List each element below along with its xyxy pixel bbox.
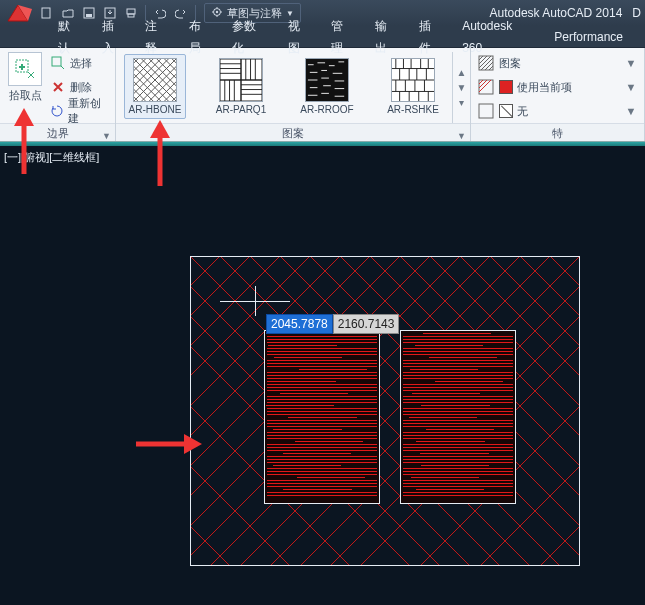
- panel-title-boundary: 边界▼: [0, 123, 115, 141]
- expand-icon: ▾: [459, 97, 464, 108]
- delete-icon: [50, 79, 66, 95]
- inner-hatch-right: [400, 330, 516, 504]
- select-icon: [50, 55, 66, 71]
- hatch-color-icon: [477, 78, 495, 96]
- panel-title-properties: 特: [471, 123, 644, 141]
- recreate-button[interactable]: 重新创建: [48, 100, 109, 122]
- chevron-up-icon: ▲: [457, 67, 467, 78]
- coord-x-field[interactable]: 2045.7878: [266, 314, 333, 334]
- pattern-ar-parq1[interactable]: AR-PARQ1: [210, 54, 272, 119]
- pattern-ar-rroof[interactable]: AR-RROOF: [296, 54, 358, 119]
- color-swatch-red: [499, 80, 513, 94]
- dynamic-input[interactable]: 2045.7878 2160.7143: [266, 314, 399, 334]
- pattern-swatch-rshke: [391, 58, 435, 102]
- viewport-controls-label[interactable]: [一][俯视][二维线框]: [4, 150, 99, 165]
- ribbon-panel-boundary: 拾取点 选择 删除 重新创建 边界▼: [0, 48, 116, 141]
- menu-bar: 默认 插入 注释 布局 参数化 视图 管理 输出 插件 Autodesk 360…: [0, 26, 645, 48]
- dropdown-icon[interactable]: ▼: [624, 81, 638, 93]
- prop-row-background[interactable]: 无 ▼: [477, 100, 638, 122]
- pick-points-label: 拾取点: [9, 88, 42, 103]
- prop-row-type[interactable]: 图案 ▼: [477, 52, 638, 74]
- dropdown-icon[interactable]: ▼: [624, 57, 638, 69]
- svg-rect-4: [127, 9, 135, 14]
- pick-points-button[interactable]: [8, 52, 42, 86]
- chevron-down-icon: ▼: [457, 82, 467, 93]
- pattern-swatch-rroof: [305, 58, 349, 102]
- app-logo[interactable]: [4, 2, 36, 24]
- panel-expand-icon[interactable]: ▼: [457, 127, 466, 145]
- ribbon-panel-pattern: AR-HBONE AR-PARQ1 AR-RROOF: [116, 48, 471, 141]
- select-button[interactable]: 选择: [48, 52, 109, 74]
- svg-rect-11: [241, 59, 262, 80]
- coord-y-field[interactable]: 2160.7143: [333, 314, 400, 334]
- pattern-gallery-scroll[interactable]: ▲ ▼ ▾: [452, 52, 470, 123]
- svg-point-7: [216, 11, 218, 13]
- svg-rect-16: [479, 104, 493, 118]
- outer-boundary: [190, 256, 580, 566]
- dropdown-icon[interactable]: ▼: [624, 105, 638, 117]
- drawing-viewport[interactable]: [一][俯视][二维线框] 2045.7878: [0, 146, 645, 605]
- panel-expand-icon[interactable]: ▼: [102, 127, 111, 145]
- menu-performance[interactable]: Performance: [544, 26, 633, 48]
- panel-title-pattern: 图案▼: [116, 123, 470, 141]
- color-swatch-none: [499, 104, 513, 118]
- svg-rect-9: [52, 57, 61, 66]
- inner-hatch-left: [264, 330, 380, 504]
- prop-row-color[interactable]: 使用当前项 ▼: [477, 76, 638, 98]
- recreate-icon: [50, 103, 64, 119]
- pattern-ar-rshke[interactable]: AR-RSHKE: [382, 54, 444, 119]
- delete-button[interactable]: 删除: [48, 76, 109, 98]
- pattern-swatch-parq1: [219, 58, 263, 102]
- svg-rect-13: [241, 80, 262, 101]
- ribbon-panel-properties: 图案 ▼ 使用当前项 ▼ 无 ▼ 特: [471, 48, 645, 141]
- ribbon: 拾取点 选择 删除 重新创建 边界▼: [0, 48, 645, 142]
- pattern-swatch-hbone: [133, 58, 177, 102]
- drawing-stage: [190, 256, 580, 566]
- pattern-ar-hbone[interactable]: AR-HBONE: [124, 54, 186, 119]
- svg-rect-12: [220, 80, 241, 101]
- svg-rect-10: [220, 59, 241, 80]
- hatch-bg-icon: [477, 102, 495, 120]
- hatch-type-icon: [477, 54, 495, 72]
